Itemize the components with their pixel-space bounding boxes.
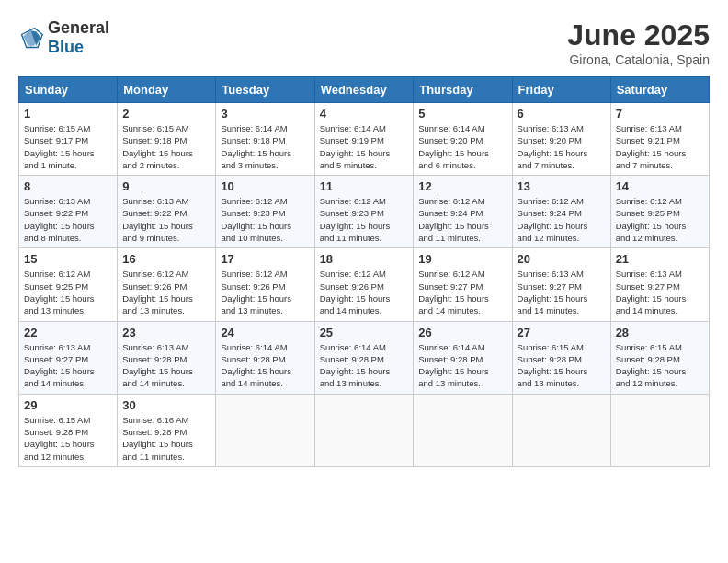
- day-number: 14: [616, 179, 704, 193]
- day-number: 13: [518, 179, 606, 193]
- day-number: 6: [518, 107, 606, 121]
- day-info: Sunrise: 6:13 AM Sunset: 9:22 PM Dayligh…: [122, 195, 210, 244]
- day-number: 1: [24, 107, 112, 121]
- calendar-cell: 15Sunrise: 6:12 AM Sunset: 9:25 PM Dayli…: [19, 248, 118, 321]
- day-info: Sunrise: 6:15 AM Sunset: 9:28 PM Dayligh…: [616, 341, 704, 390]
- calendar-cell: 9Sunrise: 6:13 AM Sunset: 9:22 PM Daylig…: [118, 176, 216, 248]
- calendar-cell: 21Sunrise: 6:13 AM Sunset: 9:27 PM Dayli…: [610, 248, 709, 321]
- day-number: 10: [221, 179, 309, 193]
- calendar-cell: 28Sunrise: 6:15 AM Sunset: 9:28 PM Dayli…: [610, 321, 709, 394]
- day-info: Sunrise: 6:12 AM Sunset: 9:24 PM Dayligh…: [418, 195, 506, 244]
- calendar-body: 1Sunrise: 6:15 AM Sunset: 9:17 PM Daylig…: [19, 103, 710, 467]
- day-info: Sunrise: 6:12 AM Sunset: 9:23 PM Dayligh…: [320, 195, 409, 244]
- logo-general-text: General: [48, 18, 109, 37]
- calendar-table: SundayMondayTuesdayWednesdayThursdayFrid…: [18, 76, 710, 467]
- calendar-cell: 29Sunrise: 6:15 AM Sunset: 9:28 PM Dayli…: [19, 394, 118, 466]
- weekday-header-row: SundayMondayTuesdayWednesdayThursdayFrid…: [19, 77, 710, 103]
- day-number: 11: [320, 179, 409, 193]
- day-number: 12: [418, 179, 506, 193]
- day-number: 29: [24, 398, 112, 412]
- day-info: Sunrise: 6:16 AM Sunset: 9:28 PM Dayligh…: [122, 414, 210, 463]
- day-info: Sunrise: 6:14 AM Sunset: 9:20 PM Dayligh…: [418, 122, 506, 171]
- weekday-sunday: Sunday: [19, 77, 118, 103]
- day-info: Sunrise: 6:12 AM Sunset: 9:24 PM Dayligh…: [518, 195, 606, 244]
- day-number: 4: [320, 107, 409, 121]
- calendar-cell: [216, 394, 314, 466]
- day-info: Sunrise: 6:12 AM Sunset: 9:27 PM Dayligh…: [418, 268, 506, 316]
- day-info: Sunrise: 6:14 AM Sunset: 9:28 PM Dayligh…: [221, 341, 309, 390]
- calendar-cell: 6Sunrise: 6:13 AM Sunset: 9:20 PM Daylig…: [512, 103, 610, 176]
- weekday-monday: Monday: [118, 77, 216, 103]
- calendar-cell: [414, 394, 512, 466]
- calendar-cell: [314, 394, 414, 466]
- day-info: Sunrise: 6:13 AM Sunset: 9:27 PM Dayligh…: [518, 268, 606, 316]
- calendar-cell: 7Sunrise: 6:13 AM Sunset: 9:21 PM Daylig…: [610, 103, 709, 176]
- calendar-cell: 23Sunrise: 6:13 AM Sunset: 9:28 PM Dayli…: [118, 321, 216, 394]
- calendar-cell: 17Sunrise: 6:12 AM Sunset: 9:26 PM Dayli…: [216, 248, 314, 321]
- title-area: June 2025 Girona, Catalonia, Spain: [567, 18, 710, 67]
- day-info: Sunrise: 6:13 AM Sunset: 9:20 PM Dayligh…: [518, 122, 606, 171]
- calendar-week-4: 29Sunrise: 6:15 AM Sunset: 9:28 PM Dayli…: [19, 394, 710, 466]
- day-info: Sunrise: 6:12 AM Sunset: 9:25 PM Dayligh…: [24, 268, 112, 316]
- day-number: 24: [221, 326, 309, 339]
- day-info: Sunrise: 6:14 AM Sunset: 9:28 PM Dayligh…: [320, 341, 409, 390]
- day-number: 8: [24, 179, 112, 193]
- day-number: 5: [418, 107, 506, 121]
- day-number: 15: [24, 252, 112, 266]
- calendar-cell: 18Sunrise: 6:12 AM Sunset: 9:26 PM Dayli…: [314, 248, 414, 321]
- calendar-cell: 3Sunrise: 6:14 AM Sunset: 9:18 PM Daylig…: [216, 103, 314, 176]
- day-info: Sunrise: 6:13 AM Sunset: 9:27 PM Dayligh…: [616, 268, 704, 316]
- calendar-cell: 16Sunrise: 6:12 AM Sunset: 9:26 PM Dayli…: [118, 248, 216, 321]
- day-info: Sunrise: 6:13 AM Sunset: 9:21 PM Dayligh…: [616, 122, 704, 171]
- day-info: Sunrise: 6:15 AM Sunset: 9:18 PM Dayligh…: [122, 122, 210, 171]
- day-info: Sunrise: 6:12 AM Sunset: 9:26 PM Dayligh…: [320, 268, 409, 316]
- calendar-cell: 8Sunrise: 6:13 AM Sunset: 9:22 PM Daylig…: [19, 176, 118, 248]
- day-info: Sunrise: 6:14 AM Sunset: 9:28 PM Dayligh…: [418, 341, 506, 390]
- calendar-cell: 22Sunrise: 6:13 AM Sunset: 9:27 PM Dayli…: [19, 321, 118, 394]
- weekday-tuesday: Tuesday: [216, 77, 314, 103]
- day-info: Sunrise: 6:14 AM Sunset: 9:18 PM Dayligh…: [221, 122, 309, 171]
- calendar-week-3: 22Sunrise: 6:13 AM Sunset: 9:27 PM Dayli…: [19, 321, 710, 394]
- calendar-week-1: 8Sunrise: 6:13 AM Sunset: 9:22 PM Daylig…: [19, 176, 710, 248]
- calendar-week-0: 1Sunrise: 6:15 AM Sunset: 9:17 PM Daylig…: [19, 103, 710, 176]
- day-info: Sunrise: 6:15 AM Sunset: 9:28 PM Dayligh…: [518, 341, 606, 390]
- day-info: Sunrise: 6:13 AM Sunset: 9:22 PM Dayligh…: [24, 195, 112, 244]
- day-number: 30: [122, 398, 210, 412]
- day-number: 20: [518, 252, 606, 266]
- calendar-cell: [610, 394, 709, 466]
- calendar-cell: 19Sunrise: 6:12 AM Sunset: 9:27 PM Dayli…: [414, 248, 512, 321]
- calendar-cell: [512, 394, 610, 466]
- calendar-cell: 4Sunrise: 6:14 AM Sunset: 9:19 PM Daylig…: [314, 103, 414, 176]
- day-number: 21: [616, 252, 704, 266]
- weekday-friday: Friday: [512, 77, 610, 103]
- day-number: 7: [616, 107, 704, 121]
- calendar-cell: 5Sunrise: 6:14 AM Sunset: 9:20 PM Daylig…: [414, 103, 512, 176]
- calendar-cell: 25Sunrise: 6:14 AM Sunset: 9:28 PM Dayli…: [314, 321, 414, 394]
- day-info: Sunrise: 6:12 AM Sunset: 9:26 PM Dayligh…: [221, 268, 309, 316]
- day-number: 28: [616, 326, 704, 339]
- calendar-cell: 20Sunrise: 6:13 AM Sunset: 9:27 PM Dayli…: [512, 248, 610, 321]
- day-number: 3: [221, 107, 309, 121]
- calendar-week-2: 15Sunrise: 6:12 AM Sunset: 9:25 PM Dayli…: [19, 248, 710, 321]
- calendar-cell: 11Sunrise: 6:12 AM Sunset: 9:23 PM Dayli…: [314, 176, 414, 248]
- day-number: 9: [122, 179, 210, 193]
- day-info: Sunrise: 6:15 AM Sunset: 9:28 PM Dayligh…: [24, 414, 112, 463]
- day-number: 27: [518, 326, 606, 339]
- calendar-cell: 30Sunrise: 6:16 AM Sunset: 9:28 PM Dayli…: [118, 394, 216, 466]
- day-number: 19: [418, 252, 506, 266]
- calendar-cell: 13Sunrise: 6:12 AM Sunset: 9:24 PM Dayli…: [512, 176, 610, 248]
- day-number: 23: [122, 326, 210, 339]
- logo: General Blue: [18, 18, 109, 57]
- location-title: Girona, Catalonia, Spain: [567, 52, 710, 67]
- calendar-cell: 27Sunrise: 6:15 AM Sunset: 9:28 PM Dayli…: [512, 321, 610, 394]
- day-number: 16: [122, 252, 210, 266]
- day-number: 18: [320, 252, 409, 266]
- day-info: Sunrise: 6:12 AM Sunset: 9:26 PM Dayligh…: [122, 268, 210, 316]
- calendar-cell: 10Sunrise: 6:12 AM Sunset: 9:23 PM Dayli…: [216, 176, 314, 248]
- logo-blue-text: Blue: [48, 38, 84, 56]
- day-number: 26: [418, 326, 506, 339]
- weekday-wednesday: Wednesday: [314, 77, 414, 103]
- day-number: 17: [221, 252, 309, 266]
- calendar-cell: 26Sunrise: 6:14 AM Sunset: 9:28 PM Dayli…: [414, 321, 512, 394]
- calendar-cell: 12Sunrise: 6:12 AM Sunset: 9:24 PM Dayli…: [414, 176, 512, 248]
